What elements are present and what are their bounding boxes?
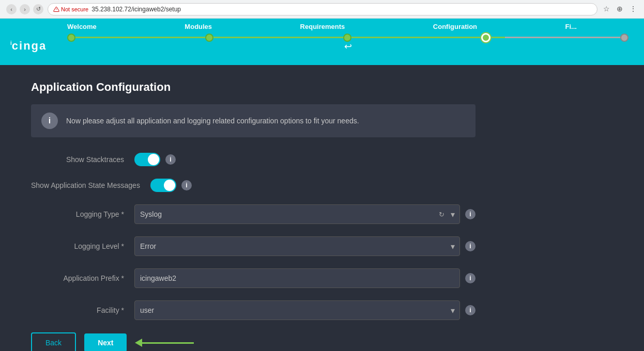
- url-text: 35.238.102.72/icingaweb2/setup: [91, 6, 181, 13]
- arrow-indicator: [135, 339, 194, 347]
- facility-select[interactable]: user local0 local1 local2: [134, 300, 460, 320]
- app-prefix-row: Application Prefix * i: [31, 268, 476, 288]
- dot-requirements: [343, 34, 351, 42]
- info-box: i Now please adjust all application and …: [31, 104, 476, 137]
- logging-level-select-wrapper: Error Warning Information Debug: [134, 236, 460, 256]
- step-requirements-label: Requirements: [300, 23, 345, 30]
- dot-modules: [205, 34, 213, 42]
- not-secure-label: Not secure: [53, 6, 88, 12]
- show-app-state-row: Show Application State Messages i: [31, 179, 476, 192]
- back-button[interactable]: Back: [31, 332, 76, 351]
- toggle-knob-stacktraces: [148, 154, 159, 165]
- logging-type-info-btn[interactable]: i: [465, 209, 476, 219]
- extension-icon: ⊕: [615, 5, 624, 14]
- info-text: Now please adjust all application and lo…: [66, 117, 359, 125]
- browser-controls: ‹ › ↺: [6, 4, 43, 14]
- dot-finish: [620, 34, 628, 42]
- app-prefix-input[interactable]: [134, 268, 460, 288]
- show-stacktraces-control: i: [134, 153, 476, 166]
- main-content: Application Configuration i Now please a…: [0, 65, 644, 351]
- show-app-state-control: i: [150, 179, 476, 192]
- app-prefix-info-btn[interactable]: i: [465, 273, 476, 283]
- browser-forward-btn[interactable]: ›: [20, 4, 30, 14]
- toggle-knob-appstate: [164, 180, 175, 191]
- arrow-line: [142, 342, 194, 344]
- facility-select-wrapper: user local0 local1 local2: [134, 300, 460, 320]
- show-stacktraces-label: Show Stacktraces: [31, 155, 134, 164]
- step-modules-label: Modules: [185, 23, 212, 30]
- logging-level-control: Error Warning Information Debug i: [134, 236, 476, 256]
- browser-back-btn[interactable]: ‹: [6, 4, 17, 14]
- dot-configuration: ↩: [481, 33, 490, 42]
- arrow-head: [135, 339, 142, 347]
- logging-type-select[interactable]: Syslog File None: [134, 204, 460, 224]
- app-state-info-btn[interactable]: i: [181, 180, 192, 190]
- step-requirements: Requirements: [300, 23, 345, 30]
- step-finish: Fi...: [565, 23, 577, 30]
- info-icon: i: [41, 113, 58, 129]
- show-app-state-label: Show Application State Messages: [31, 181, 150, 190]
- stacktraces-info-btn[interactable]: i: [165, 154, 176, 165]
- logging-type-control: ↻ Syslog File None i: [134, 204, 476, 224]
- logging-level-label: Logging Level *: [31, 242, 134, 251]
- logging-type-label: Logging Type *: [31, 210, 134, 219]
- step-configuration: Configuration: [433, 23, 477, 30]
- logging-type-select-wrapper: ↻ Syslog File None: [134, 204, 460, 224]
- show-stacktraces-row: Show Stacktraces i: [31, 153, 476, 166]
- logging-level-info-btn[interactable]: i: [465, 241, 476, 251]
- page-title: Application Configuration: [31, 81, 613, 94]
- bookmark-icon: ☆: [602, 5, 611, 14]
- show-stacktraces-toggle[interactable]: [134, 153, 160, 166]
- logging-type-row: Logging Type * ↻ Syslog File None i: [31, 204, 476, 224]
- browser-bar: ‹ › ↺ Not secure 35.238.102.72/icingaweb…: [0, 0, 644, 19]
- show-app-state-toggle[interactable]: [150, 179, 176, 192]
- logging-level-select[interactable]: Error Warning Information Debug: [134, 236, 460, 256]
- address-bar[interactable]: Not secure 35.238.102.72/icingaweb2/setu…: [48, 3, 597, 15]
- buttons-row: Back Next: [31, 332, 613, 351]
- browser-reload-btn[interactable]: ↺: [33, 4, 43, 14]
- dot-welcome: [67, 34, 75, 42]
- facility-control: user local0 local1 local2 i: [134, 300, 476, 320]
- app-prefix-label: Application Prefix *: [31, 274, 134, 283]
- app-prefix-control: i: [134, 268, 476, 288]
- facility-info-btn[interactable]: i: [465, 305, 476, 315]
- step-welcome-label: Welcome: [67, 23, 97, 30]
- step-modules: Modules: [185, 23, 212, 30]
- menu-icon: ⋮: [628, 5, 638, 14]
- facility-label: Facility *: [31, 306, 134, 315]
- step-configuration-label: Configuration: [433, 23, 477, 30]
- facility-row: Facility * user local0 local1 local2 i: [31, 300, 476, 320]
- step-welcome: Welcome: [67, 23, 97, 30]
- top-nav: iCINGA Welcome Modules Requirements Conf…: [0, 19, 644, 65]
- step-finish-label: Fi...: [565, 23, 577, 30]
- next-button[interactable]: Next: [84, 333, 127, 351]
- browser-icons: ☆ ⊕ ⋮: [602, 5, 638, 14]
- logging-level-row: Logging Level * Error Warning Informatio…: [31, 236, 476, 256]
